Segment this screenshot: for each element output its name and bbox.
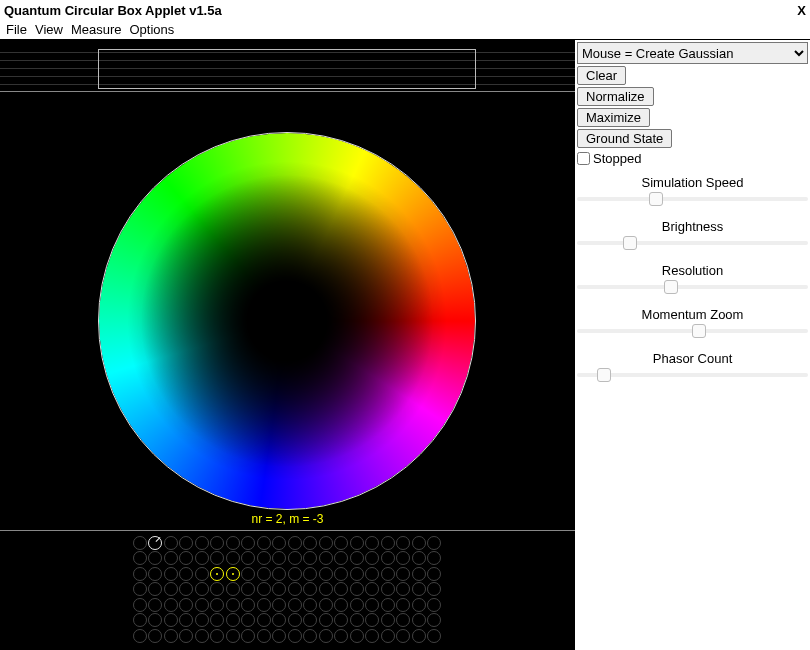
stopped-checkbox[interactable] bbox=[577, 152, 590, 165]
phasor-cell[interactable] bbox=[210, 566, 226, 582]
phasor-cell[interactable] bbox=[349, 613, 365, 629]
phasor-cell[interactable] bbox=[303, 582, 319, 598]
phasor-cell[interactable] bbox=[427, 551, 443, 567]
phasor-cell[interactable] bbox=[411, 535, 427, 551]
phasor-cell[interactable] bbox=[427, 566, 443, 582]
phasor-cell[interactable] bbox=[256, 597, 272, 613]
phasor-cell[interactable] bbox=[365, 582, 381, 598]
phasor-cell[interactable] bbox=[349, 535, 365, 551]
phasor-cell[interactable] bbox=[334, 566, 350, 582]
phasor-cell[interactable] bbox=[163, 551, 179, 567]
phasor-cell[interactable] bbox=[148, 582, 164, 598]
phasor-cell[interactable] bbox=[241, 566, 257, 582]
phasor-cell[interactable] bbox=[132, 566, 148, 582]
phasor-cell[interactable] bbox=[194, 628, 210, 644]
phasor-cell[interactable] bbox=[225, 613, 241, 629]
phasor-cell[interactable] bbox=[148, 597, 164, 613]
phasor-cell[interactable] bbox=[365, 566, 381, 582]
phasor-cell[interactable] bbox=[303, 628, 319, 644]
phasor-cell[interactable] bbox=[365, 613, 381, 629]
phasor-cell[interactable] bbox=[380, 613, 396, 629]
phasor-count-slider[interactable] bbox=[577, 366, 808, 384]
phasor-cell[interactable] bbox=[272, 551, 288, 567]
phasor-cell[interactable] bbox=[225, 551, 241, 567]
menu-file[interactable]: File bbox=[4, 22, 29, 37]
maximize-button[interactable]: Maximize bbox=[577, 108, 650, 127]
phasor-cell[interactable] bbox=[411, 613, 427, 629]
stopped-label[interactable]: Stopped bbox=[593, 151, 641, 166]
phasor-cell[interactable] bbox=[256, 628, 272, 644]
phasor-cell[interactable] bbox=[427, 628, 443, 644]
phasor-cell[interactable] bbox=[318, 597, 334, 613]
phasor-cell[interactable] bbox=[210, 628, 226, 644]
phasor-cell[interactable] bbox=[411, 597, 427, 613]
phasor-cell[interactable] bbox=[194, 535, 210, 551]
phasor-cell[interactable] bbox=[380, 597, 396, 613]
wavefunction-view[interactable]: nr = 2, m = -3 bbox=[0, 92, 575, 530]
phasor-cell[interactable] bbox=[287, 535, 303, 551]
phasor-cell[interactable] bbox=[349, 566, 365, 582]
phasor-cell[interactable] bbox=[349, 551, 365, 567]
phasor-cell[interactable] bbox=[411, 566, 427, 582]
phasor-cell[interactable] bbox=[396, 566, 412, 582]
phasor-cell[interactable] bbox=[194, 613, 210, 629]
phasor-cell[interactable] bbox=[272, 628, 288, 644]
phasor-cell[interactable] bbox=[365, 628, 381, 644]
phasor-cell[interactable] bbox=[194, 566, 210, 582]
phasor-cell[interactable] bbox=[427, 582, 443, 598]
phasor-cell[interactable] bbox=[396, 597, 412, 613]
clear-button[interactable]: Clear bbox=[577, 66, 626, 85]
phasor-cell[interactable] bbox=[334, 613, 350, 629]
phasor-cell[interactable] bbox=[272, 582, 288, 598]
phasor-cell[interactable] bbox=[225, 582, 241, 598]
phasor-cell[interactable] bbox=[132, 597, 148, 613]
phasor-cell[interactable] bbox=[287, 628, 303, 644]
phasor-cell[interactable] bbox=[256, 535, 272, 551]
phasor-cell[interactable] bbox=[256, 613, 272, 629]
phasor-cell[interactable] bbox=[365, 535, 381, 551]
phasor-cell[interactable] bbox=[132, 582, 148, 598]
phasor-cell[interactable] bbox=[303, 597, 319, 613]
phasor-cell[interactable] bbox=[179, 582, 195, 598]
phasor-cell[interactable] bbox=[334, 535, 350, 551]
phasor-cell[interactable] bbox=[303, 566, 319, 582]
phasor-cell[interactable] bbox=[241, 551, 257, 567]
phasor-cell[interactable] bbox=[349, 597, 365, 613]
phasor-cell[interactable] bbox=[427, 535, 443, 551]
phasor-cell[interactable] bbox=[210, 551, 226, 567]
phasor-cell[interactable] bbox=[272, 566, 288, 582]
phasor-cell[interactable] bbox=[349, 582, 365, 598]
phasor-cell[interactable] bbox=[210, 597, 226, 613]
phasor-cell[interactable] bbox=[334, 597, 350, 613]
phasor-cell[interactable] bbox=[163, 535, 179, 551]
sim-speed-slider[interactable] bbox=[577, 190, 808, 208]
phasor-cell[interactable] bbox=[287, 566, 303, 582]
menu-measure[interactable]: Measure bbox=[69, 22, 124, 37]
phasor-cell[interactable] bbox=[132, 628, 148, 644]
phasor-cell[interactable] bbox=[148, 535, 164, 551]
phasor-cell[interactable] bbox=[225, 566, 241, 582]
phasor-cell[interactable] bbox=[241, 582, 257, 598]
close-icon[interactable]: X bbox=[797, 3, 806, 18]
phasor-cell[interactable] bbox=[365, 551, 381, 567]
phasor-cell[interactable] bbox=[210, 582, 226, 598]
phasor-cell[interactable] bbox=[256, 582, 272, 598]
menu-view[interactable]: View bbox=[33, 22, 65, 37]
momentum-zoom-slider[interactable] bbox=[577, 322, 808, 340]
phasor-cell[interactable] bbox=[318, 628, 334, 644]
top-strip[interactable] bbox=[0, 40, 575, 92]
phasor-cell[interactable] bbox=[272, 597, 288, 613]
phasor-cell[interactable] bbox=[194, 582, 210, 598]
phasor-cell[interactable] bbox=[225, 597, 241, 613]
phasor-cell[interactable] bbox=[225, 535, 241, 551]
phasor-cell[interactable] bbox=[318, 582, 334, 598]
phasor-cell[interactable] bbox=[411, 628, 427, 644]
phasor-cell[interactable] bbox=[194, 597, 210, 613]
phasor-cell[interactable] bbox=[179, 566, 195, 582]
phasor-cell[interactable] bbox=[179, 597, 195, 613]
phasor-cell[interactable] bbox=[396, 628, 412, 644]
phasor-cell[interactable] bbox=[334, 551, 350, 567]
phasor-cell[interactable] bbox=[163, 566, 179, 582]
phasor-cell[interactable] bbox=[396, 535, 412, 551]
phasor-cell[interactable] bbox=[334, 582, 350, 598]
